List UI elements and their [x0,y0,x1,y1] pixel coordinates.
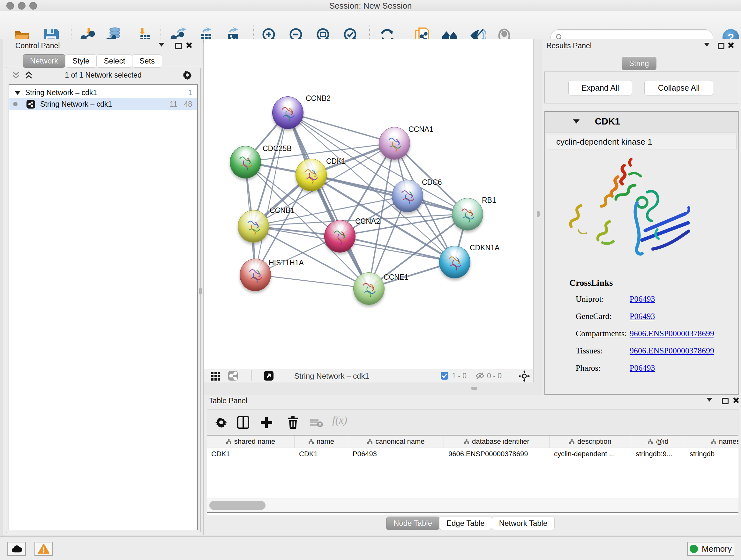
column-header-database-identifier[interactable]: database identifier [444,435,549,448]
network-options-gear-icon[interactable] [182,70,193,80]
protein-ribbon-thumbnail [452,198,483,230]
protein-structure-image [562,154,696,263]
column-header-namespace[interactable]: namespace [685,435,738,448]
tab-network-table[interactable]: Network Table [492,516,555,530]
tab-string[interactable]: String [622,57,657,70]
control-panel-float-icon[interactable] [175,43,182,49]
tab-edge-table[interactable]: Edge Table [439,516,492,530]
table-cell[interactable]: P06493 [348,448,444,460]
edge-CCNA2-CDKN1A[interactable] [340,236,455,262]
collapse-all-button[interactable]: Collapse All [644,80,713,96]
table-cell[interactable]: cyclin-dependent ... [549,448,631,460]
protein-ribbon-thumbnail [392,180,423,212]
table-toolbar: f(x) [207,409,738,435]
node-label-RB1: RB1 [482,196,496,205]
scrollbar-thumb[interactable] [209,501,266,510]
table-panel-float-menu-icon[interactable] [706,396,712,401]
network-node-count: 11 [163,100,178,109]
node-CDKN1A[interactable] [439,246,470,278]
column-sort-icon [648,439,653,444]
birds-eye-view-icon[interactable] [519,370,530,382]
crosslink-link[interactable]: 9606.ENSP00000378699 [630,329,714,338]
node-CDK1[interactable] [295,159,327,191]
warnings-button[interactable] [35,542,53,556]
show-columns-icon[interactable] [237,416,249,429]
column-header-shared-name[interactable]: shared name [207,435,294,448]
network-view-toolbar: String Network – cdk1 1 - 0 0 - 0 [204,369,534,382]
tab-network[interactable]: Network [23,54,65,68]
table-cell[interactable]: stringdb:9... [631,448,685,460]
table-panel-close-icon[interactable] [733,397,738,403]
results-panel: Results Panel String Expand All Collapse… [542,39,741,395]
node-CCNB1[interactable] [238,210,269,243]
node-CDC6[interactable] [392,180,423,212]
table-cell[interactable]: CDK1 [294,448,348,460]
crosslink-link[interactable]: P06493 [630,294,655,304]
crosslink-link[interactable]: 9606.ENSP00000378699 [630,346,714,356]
table-panel-float-icon[interactable] [722,398,729,404]
grid-view-icon[interactable] [211,371,221,381]
column-header-name[interactable]: name [294,435,348,448]
column-sort-icon [711,439,717,444]
table-cell[interactable]: 9606.ENSP00000378699 [444,448,549,460]
selected-checkbox-icon[interactable] [441,372,449,380]
node-CCNE1[interactable] [353,272,385,305]
node-CCNA1[interactable] [379,127,410,160]
column-header-canonical-name[interactable]: canonical name [348,435,444,448]
node-CCNB2[interactable] [272,97,304,129]
collection-expand-icon[interactable] [14,91,21,95]
cloud-status-button[interactable] [7,542,26,556]
node-label-CDC25B: CDC25B [263,144,292,153]
table-cell[interactable]: CDK1 [207,448,294,460]
crosslink-label: Compartments: [576,329,627,338]
node-CDC25B[interactable] [230,146,261,179]
crosslink-link[interactable]: P06493 [630,312,655,321]
network-view-icon[interactable] [228,371,238,381]
protein-section-header[interactable]: CDK1 [545,112,738,132]
detach-view-icon[interactable] [264,371,274,381]
left-splitter-handle[interactable] [199,288,202,294]
crosslink-link[interactable]: P06493 [630,363,655,373]
collection-count: 1 [178,88,192,97]
edge-CCNB2-HIST1H1A[interactable] [255,112,287,274]
network-canvas[interactable]: CCNB2CCNA1CDC25BCDK1CDC6RB1CCNB1CCNA2CDK… [204,39,534,369]
table-options-gear-icon[interactable] [215,416,227,429]
edge-HIST1H1A-CCNE1[interactable] [255,274,368,288]
control-panel-float-menu-icon[interactable] [158,42,164,47]
node-table-header: shared namenamecanonical namedatabase id… [207,435,738,448]
memory-button[interactable]: Memory [687,542,734,556]
table-row[interactable]: CDK1CDK1P064939606.ENSP00000378699cyclin… [207,448,738,460]
crosslink-label: Pharos: [576,363,601,373]
tab-select[interactable]: Select [96,54,132,68]
column-header-description[interactable]: description [549,435,631,448]
node-RB1[interactable] [452,198,483,231]
bottom-splitter-handle[interactable] [471,387,477,390]
results-panel-float-icon[interactable] [718,43,724,49]
control-panel-close-icon[interactable] [186,42,192,48]
column-header--id[interactable]: @id [631,435,685,448]
results-panel-float-menu-icon[interactable] [704,42,710,47]
memory-label: Memory [702,544,732,554]
network-row[interactable]: String Network – cdk1 11 48 [9,98,197,110]
node-label-CCNB2: CCNB2 [306,94,331,103]
tab-node-table[interactable]: Node Table [386,516,440,530]
edge-CDK1-RB1[interactable] [311,175,467,214]
results-panel-title: Results Panel [546,42,592,50]
right-splitter-handle[interactable] [537,211,540,217]
hidden-eye-icon[interactable] [475,372,484,380]
expand-all-button[interactable]: Expand All [568,80,632,96]
add-column-icon[interactable] [260,416,273,429]
edge-CCNB2-CCNA1[interactable] [287,112,394,143]
delete-column-icon[interactable] [287,416,298,429]
tab-sets[interactable]: Sets [132,54,162,68]
protein-collapse-icon[interactable] [573,119,580,124]
tab-style[interactable]: Style [65,54,97,68]
table-cell[interactable]: stringdb [685,448,738,460]
network-collection-row[interactable]: String Network – cdk1 1 [9,87,197,98]
protein-ribbon-thumbnail [354,273,384,305]
node-HIST1H1A[interactable] [240,259,271,291]
results-panel-close-icon[interactable] [728,42,733,48]
table-horizontal-scrollbar[interactable] [207,498,738,512]
node-label-CCNB1: CCNB1 [270,206,294,215]
node-CCNA2[interactable] [324,220,355,253]
